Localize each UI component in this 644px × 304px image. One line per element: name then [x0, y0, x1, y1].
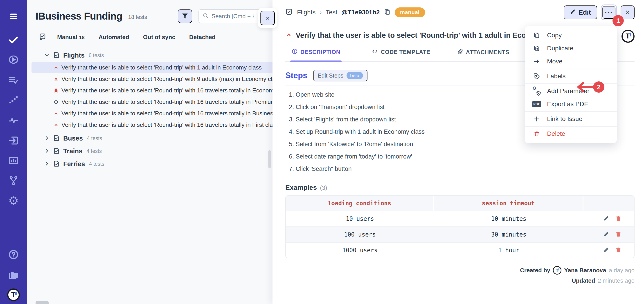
severity-highest-icon — [53, 76, 59, 82]
updated-label: Updated — [572, 277, 595, 284]
menu-item-labels[interactable]: Labels — [525, 70, 617, 83]
funnel-icon — [181, 12, 188, 20]
step-item: Click 'Search" button — [296, 166, 634, 172]
created-ago: a day ago — [609, 267, 634, 274]
examples-table-header: loading conditions session timeout — [286, 196, 634, 211]
manual-badge: manual — [395, 7, 425, 17]
bar-chart-icon[interactable] — [8, 155, 19, 166]
breadcrumb-folder[interactable]: Flights — [297, 9, 316, 16]
tab-out-of-sync[interactable]: Out of sync — [143, 34, 175, 41]
cell: 10 users — [286, 211, 434, 226]
more-actions-button[interactable]: ··· — [602, 6, 616, 19]
user-avatar[interactable]: T — [7, 289, 20, 301]
test-row[interactable]: Verify that the user is able to select '… — [27, 73, 273, 85]
folder-buses[interactable]: Buses 4 tests — [27, 132, 273, 145]
select-all-checkbox-icon[interactable] — [39, 33, 46, 41]
drawer-header: Flights › Test @T1e9301b2 manual Edit ··… — [285, 0, 634, 25]
edit-steps-button[interactable]: Edit Steps beta — [313, 70, 368, 81]
menu-item-delete[interactable]: Delete — [525, 127, 617, 140]
folder-ferries[interactable]: Ferries 4 tests — [27, 158, 273, 170]
code-icon — [372, 48, 378, 56]
edit-button[interactable]: Edit — [564, 5, 597, 19]
test-tree: Flights 6 tests Verify that the user is … — [27, 49, 273, 170]
column-header-actions — [584, 196, 634, 211]
test-row[interactable]: Verify that the user is able to select '… — [27, 96, 273, 108]
edit-row-icon[interactable] — [603, 215, 609, 222]
delete-row-icon[interactable] — [615, 247, 622, 254]
activity-pulse-icon[interactable] — [8, 115, 19, 126]
severity-high-icon — [53, 65, 59, 70]
test-row-selected[interactable]: Verify that the user is able to select '… — [32, 62, 273, 73]
gear-icon[interactable]: ⚙ — [8, 195, 19, 207]
menu-divider — [525, 69, 617, 69]
annotation-badge-2: 2 — [593, 81, 604, 93]
column-header: session timeout — [434, 196, 584, 211]
author-name[interactable]: Yana Baranova — [564, 267, 606, 274]
menu-item-move[interactable]: Move — [525, 55, 617, 68]
tab-attachments[interactable]: ATTACHMENTS — [457, 48, 509, 61]
test-row[interactable]: Verify that the user is able to select '… — [27, 85, 273, 96]
column-header: loading conditions — [286, 196, 434, 211]
delete-row-icon[interactable] — [615, 231, 622, 238]
tab-code-template[interactable]: CODE TEMPLATE — [372, 48, 430, 61]
edit-row-icon[interactable] — [603, 231, 609, 238]
help-circle-icon[interactable] — [8, 249, 19, 260]
test-title: Verify that the user is able to select '… — [62, 75, 273, 82]
menu-item-export-pdf[interactable]: PDF Export as PDF — [525, 98, 617, 111]
menu-item-copy[interactable]: Copy — [525, 29, 617, 42]
breadcrumb-type: Test — [326, 9, 337, 16]
step-item: Select date range from 'today' to 'tomor… — [296, 153, 634, 160]
test-row[interactable]: Verify that the user is able to select '… — [27, 119, 273, 131]
folder-count: 4 tests — [89, 161, 104, 167]
git-branch-icon[interactable] — [8, 175, 19, 186]
test-cases-check-icon[interactable] — [8, 34, 19, 45]
menu-item-duplicate[interactable]: Duplicate — [525, 42, 617, 55]
tab-detached[interactable]: Detached — [189, 34, 216, 41]
horizontal-scrollbar-thumb[interactable] — [36, 301, 48, 304]
tests-count: 18 tests — [128, 14, 147, 20]
chevron-down-icon[interactable] — [44, 52, 50, 59]
play-circle-icon[interactable] — [8, 54, 19, 65]
repository-tabs: Manual18 Automated Out of sync Detached — [27, 30, 273, 44]
chevron-right-icon[interactable] — [44, 135, 50, 142]
tab-manual[interactable]: Manual18 — [57, 34, 84, 41]
severity-high-icon — [53, 122, 59, 128]
steps-heading: Steps — [285, 71, 307, 80]
folder-flights[interactable]: Flights 6 tests — [27, 49, 273, 62]
sign-in-icon[interactable] — [8, 135, 19, 146]
search-input[interactable] — [212, 13, 254, 20]
hamburger-menu-icon[interactable] — [8, 12, 19, 21]
paperclip-icon — [457, 48, 463, 56]
test-author-avatar: T — [622, 30, 634, 43]
cell: 1 hour — [434, 243, 584, 258]
document-check-icon — [53, 134, 60, 143]
folder-name: Trains — [63, 147, 82, 155]
filter-button[interactable] — [178, 9, 192, 23]
tab-automated[interactable]: Automated — [98, 34, 129, 41]
vertical-scrollbar-thumb[interactable] — [268, 150, 271, 168]
cell: 30 minutes — [434, 227, 584, 242]
copy-id-icon[interactable] — [384, 8, 391, 16]
delete-row-icon[interactable] — [615, 215, 622, 222]
created-by-label: Created by — [520, 267, 550, 274]
close-panel-button[interactable]: × — [260, 11, 275, 25]
search-box[interactable] — [198, 9, 260, 23]
projects-folders-icon[interactable] — [8, 270, 19, 280]
menu-item-link-to-issue[interactable]: Link to Issue — [525, 112, 617, 125]
tab-description[interactable]: DESCRIPTION — [292, 48, 340, 61]
examples-table: loading conditions session timeout 10 us… — [285, 195, 634, 258]
edit-row-icon[interactable] — [603, 247, 609, 254]
folder-name: Ferries — [63, 160, 85, 168]
test-title: Verify that the user is able to select '… — [62, 121, 273, 128]
test-title: Verify that the user is able to select '… — [62, 87, 273, 94]
meta-footer: Created by T Yana Baranova a day ago Upd… — [285, 266, 634, 284]
table-row: 1000 users 1 hour — [286, 242, 634, 258]
chevron-right-icon[interactable] — [44, 161, 50, 168]
test-row[interactable]: Verify that the user is able to select '… — [27, 108, 273, 119]
stairs-milestones-icon[interactable] — [8, 95, 19, 105]
list-check-icon[interactable] — [8, 75, 19, 85]
test-title: Verify that the user is able to select '… — [62, 98, 273, 105]
breadcrumb-separator: › — [320, 9, 322, 16]
chevron-right-icon[interactable] — [44, 148, 50, 155]
folder-trains[interactable]: Trains 4 tests — [27, 145, 273, 158]
